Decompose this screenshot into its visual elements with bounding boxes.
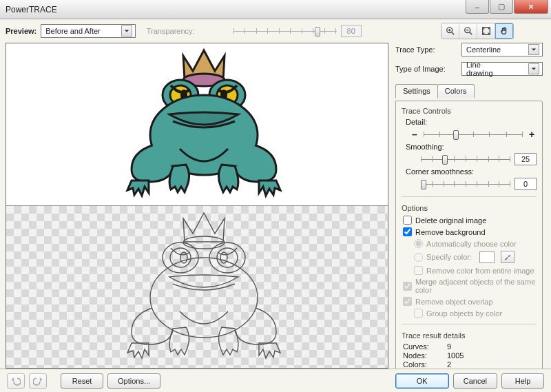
delete-original-check[interactable]: Delete original image (402, 215, 537, 225)
ok-button[interactable]: OK (395, 373, 449, 389)
eyedropper-button (501, 251, 514, 263)
zoom-out-button[interactable] (459, 23, 477, 39)
corner-slider[interactable] (421, 177, 510, 191)
transparency-value: 80 (341, 25, 362, 37)
svg-point-23 (150, 258, 258, 338)
preview-before[interactable] (6, 43, 388, 205)
auto-color-radio: Automatically choose color (402, 238, 537, 249)
corner-label: Corner smoothness: (402, 167, 537, 176)
plus-icon: + (527, 129, 537, 140)
corner-value[interactable]: 0 (514, 178, 537, 190)
reset-button[interactable]: Reset (61, 373, 103, 389)
chevron-down-icon (528, 63, 539, 74)
options-title: Options (402, 204, 537, 212)
options-button[interactable]: Options... (107, 373, 160, 389)
minimize-button[interactable]: – (466, 0, 489, 14)
trace-type-select[interactable]: Centerline (461, 43, 543, 56)
tabs: Settings Colors (395, 84, 543, 98)
remove-overlap-check: Remove object overlap (402, 296, 537, 307)
svg-line-5 (469, 32, 472, 35)
chevron-down-icon (528, 44, 539, 55)
undo-button[interactable] (7, 373, 25, 389)
preview-label: Preview: (6, 27, 37, 35)
settings-panel: Trace Type: Centerline Type of Image: Li… (388, 43, 547, 369)
svg-point-16 (183, 236, 225, 249)
detail-label: Detail: (402, 118, 537, 126)
preview-mode-select[interactable]: Before and After (41, 24, 136, 38)
main-area: Trace Type: Centerline Type of Image: Li… (0, 43, 551, 369)
image-type-label: Type of Image: (395, 65, 455, 73)
colors-value: 2 (447, 360, 451, 369)
tab-colors[interactable]: Colors (437, 84, 475, 98)
redo-button[interactable] (29, 373, 47, 389)
zoom-toolgroup (441, 23, 514, 39)
settings-tab-content: Trace Controls Detail: – + Smoothing: (395, 101, 543, 375)
transparency-slider (233, 25, 337, 37)
preview-mode-value: Before and After (45, 27, 101, 35)
color-swatch (479, 251, 495, 263)
tab-settings[interactable]: Settings (395, 84, 438, 99)
smoothing-label: Smoothing: (402, 143, 537, 151)
curves-value: 9 (447, 342, 451, 351)
image-type-select[interactable]: Line drawing (461, 62, 543, 76)
title-bar: PowerTRACE – ▢ × (0, 0, 551, 19)
trace-controls-title: Trace Controls (402, 107, 537, 115)
cancel-button[interactable]: Cancel (453, 373, 497, 389)
close-button[interactable]: × (514, 0, 548, 14)
results-title: Trace result details (402, 331, 537, 340)
nodes-value: 1005 (447, 351, 464, 360)
maximize-button[interactable]: ▢ (490, 0, 513, 14)
trace-results: Curves:9 Nodes:1005 Colors:2 (402, 342, 537, 369)
fit-button[interactable] (477, 23, 495, 39)
window-title: PowerTRACE (6, 5, 57, 14)
smoothing-value[interactable]: 25 (514, 153, 537, 165)
window-controls: – ▢ × (465, 0, 548, 14)
zoom-in-button[interactable] (441, 23, 459, 39)
smoothing-slider[interactable] (421, 152, 510, 166)
detail-slider[interactable] (424, 127, 523, 141)
toolbar: Preview: Before and After Transparency: … (0, 19, 551, 43)
remove-background-check[interactable]: Remove background (402, 227, 537, 237)
chevron-down-icon (121, 25, 132, 37)
remove-entire-check: Remove color from entire image (402, 265, 537, 276)
minus-icon: – (410, 129, 419, 140)
preview-pane (6, 43, 388, 369)
help-button[interactable]: Help (501, 373, 544, 389)
bottom-bar: Reset Options... OK Cancel Help (0, 369, 551, 392)
preview-after[interactable] (6, 205, 388, 368)
group-by-color-check: Group objects by color (402, 308, 537, 318)
trace-type-label: Trace Type: (395, 45, 455, 54)
pan-button[interactable] (495, 23, 513, 39)
transparency-label: Transparency: (147, 27, 195, 35)
trace-type-value: Centerline (466, 45, 501, 54)
image-type-value: Line drawing (466, 61, 508, 77)
merge-adjacent-check: Merge adjacent objects of the same color (402, 277, 537, 295)
specify-color-radio: Specify color: (402, 250, 537, 264)
traced-image (94, 208, 300, 367)
svg-line-1 (451, 32, 454, 35)
source-image (94, 45, 300, 204)
